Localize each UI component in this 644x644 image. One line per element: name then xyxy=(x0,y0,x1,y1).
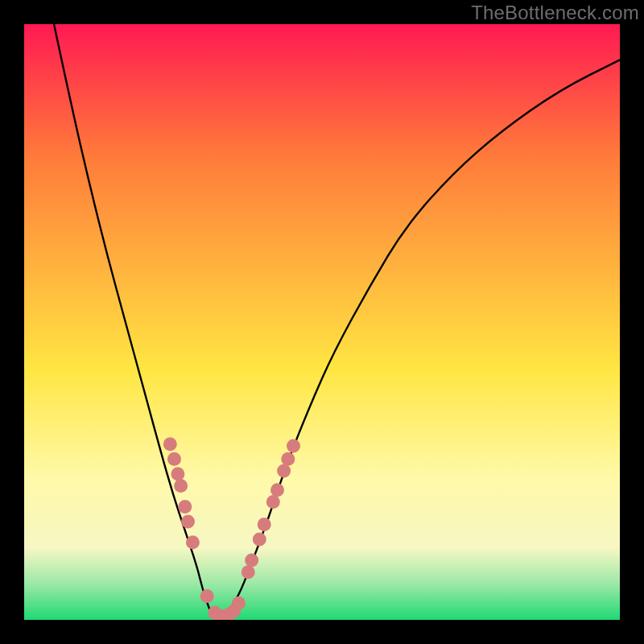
data-marker xyxy=(277,464,291,478)
data-marker xyxy=(178,500,192,514)
data-marker xyxy=(258,518,271,531)
data-marker xyxy=(181,514,195,528)
data-marker xyxy=(242,565,255,579)
data-marker xyxy=(232,597,246,610)
chart-frame: TheBottleneck.com xyxy=(0,0,644,644)
plot-area xyxy=(24,24,620,620)
data-marker xyxy=(163,437,177,451)
data-marker xyxy=(270,483,284,497)
data-marker xyxy=(266,495,280,509)
data-marker xyxy=(200,589,214,603)
data-marker xyxy=(167,452,181,466)
data-marker xyxy=(245,554,258,568)
data-marker xyxy=(253,533,266,547)
bottleneck-chart xyxy=(24,24,620,620)
data-marker xyxy=(281,452,295,466)
data-marker xyxy=(174,479,188,493)
data-marker xyxy=(287,439,300,452)
gradient-background xyxy=(24,24,620,620)
data-marker xyxy=(171,467,184,481)
data-marker xyxy=(186,535,200,549)
watermark-text: TheBottleneck.com xyxy=(471,2,639,24)
